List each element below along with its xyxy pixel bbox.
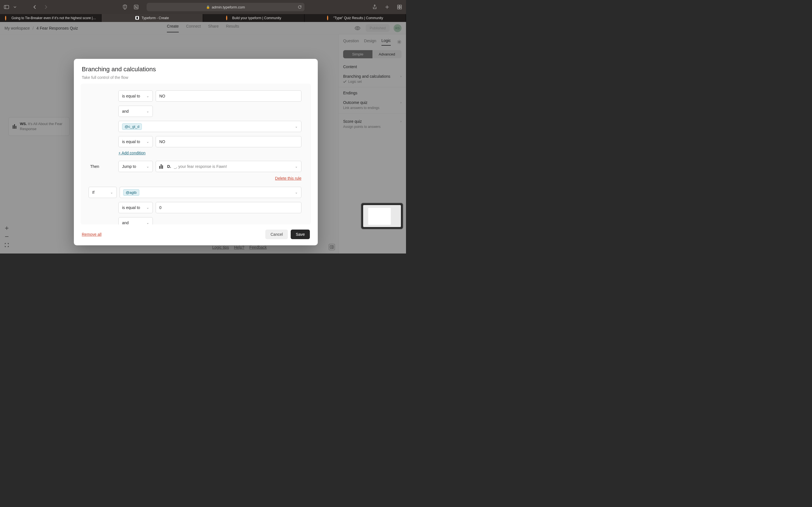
- destination-select[interactable]: D. _, your fear response is Fawn! ⌄: [156, 161, 301, 172]
- operator-select[interactable]: is equal to⌄: [118, 202, 153, 213]
- rules-container: is equal to⌄ NO and⌄ @c_gt_d ⌄: [81, 83, 311, 224]
- browser-tab[interactable]: "Type" Quiz Results | Community: [305, 14, 406, 22]
- ending-icon: [159, 164, 164, 169]
- reload-icon[interactable]: [298, 5, 302, 9]
- back-button[interactable]: [32, 4, 38, 10]
- browser-tab[interactable]: Typeform - Create: [101, 14, 203, 22]
- value-input[interactable]: 0: [156, 202, 301, 213]
- value-input[interactable]: NO: [156, 136, 301, 147]
- tab-strip: Going to Tie-Breaker even if it's not th…: [0, 14, 406, 22]
- favicon-icon: [226, 16, 230, 20]
- operator-select[interactable]: is equal to⌄: [118, 91, 153, 102]
- variable-select[interactable]: @agtb ⌄: [119, 187, 301, 198]
- conjunction-select[interactable]: and⌄: [118, 106, 153, 117]
- pip-thumbnail[interactable]: [361, 203, 403, 229]
- chevron-down-icon[interactable]: [12, 4, 18, 10]
- chevron-down-icon: ⌄: [295, 190, 298, 194]
- sidebar-toggle-icon[interactable]: [3, 4, 10, 10]
- chevron-down-icon: ⌄: [295, 124, 298, 128]
- add-condition-link[interactable]: + Add condition: [118, 151, 146, 155]
- favicon-icon: [135, 16, 139, 20]
- chevron-down-icon: ⌄: [146, 140, 149, 144]
- chevron-down-icon: ⌄: [146, 206, 149, 210]
- svg-rect-9: [400, 7, 402, 9]
- chevron-down-icon: ⌄: [146, 165, 149, 168]
- delete-rule-link[interactable]: Delete this rule: [275, 176, 301, 180]
- notion-icon[interactable]: [133, 4, 139, 10]
- modal-title: Branching and calculations: [82, 66, 310, 73]
- variable-chip: @agtb: [123, 189, 139, 196]
- chevron-down-icon: ⌄: [110, 190, 113, 194]
- chevron-down-icon: ⌄: [295, 165, 298, 168]
- new-tab-icon[interactable]: [384, 4, 390, 10]
- modal-subtitle: Take full control of the flow: [82, 75, 310, 80]
- remove-all-link[interactable]: Remove all: [82, 232, 101, 237]
- favicon-icon: [327, 16, 331, 20]
- variable-chip: @c_gt_d: [122, 123, 142, 130]
- chevron-down-icon: ⌄: [146, 221, 149, 224]
- branching-modal: Branching and calculations Take full con…: [74, 59, 318, 245]
- conjunction-select[interactable]: and⌄: [118, 217, 153, 224]
- lock-icon: 🔒: [206, 5, 210, 9]
- operator-select[interactable]: is equal to⌄: [118, 136, 153, 147]
- action-select[interactable]: Jump to⌄: [118, 161, 153, 172]
- variable-select[interactable]: @c_gt_d ⌄: [118, 121, 301, 132]
- tab-overview-icon[interactable]: [396, 4, 403, 10]
- chevron-down-icon: ⌄: [146, 94, 149, 98]
- save-button[interactable]: Save: [291, 230, 310, 239]
- browser-tab[interactable]: Build your typeform | Community: [203, 14, 305, 22]
- chevron-down-icon: ⌄: [146, 109, 149, 113]
- url-text: admin.typeform.com: [212, 5, 245, 9]
- forward-button[interactable]: [43, 4, 49, 10]
- svg-rect-7: [400, 5, 402, 7]
- browser-tab[interactable]: Going to Tie-Breaker even if it's not th…: [0, 14, 101, 22]
- if-select[interactable]: If⌄: [89, 187, 117, 198]
- cancel-button[interactable]: Cancel: [265, 230, 288, 239]
- browser-toolbar: 🔒 admin.typeform.com: [0, 0, 406, 14]
- share-icon[interactable]: [371, 4, 378, 10]
- address-bar[interactable]: 🔒 admin.typeform.com: [147, 3, 305, 11]
- svg-rect-8: [398, 7, 399, 9]
- svg-rect-0: [4, 5, 9, 9]
- value-input[interactable]: NO: [156, 91, 301, 102]
- favicon-icon: [5, 16, 9, 20]
- then-label: Then: [90, 164, 116, 169]
- shield-icon[interactable]: [122, 4, 128, 10]
- app-root: My workspace / 4 Fear Responses Quiz Cre…: [0, 22, 406, 253]
- pip-preview: [363, 205, 401, 227]
- svg-rect-6: [398, 5, 399, 7]
